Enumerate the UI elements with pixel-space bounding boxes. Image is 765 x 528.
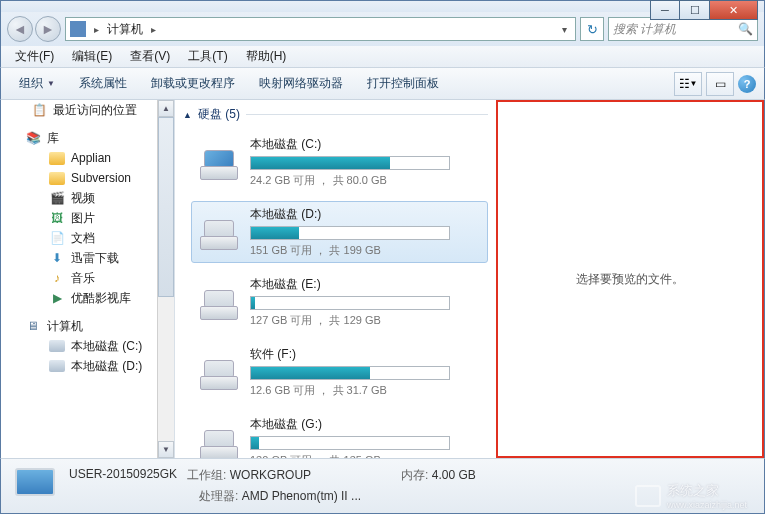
view-mode-button[interactable]: ☷ ▼ (674, 72, 702, 96)
drive-item-0[interactable]: 本地磁盘 (C:)24.2 GB 可用 ， 共 80.0 GB (191, 131, 488, 193)
drive-stats: 24.2 GB 可用 ， 共 80.0 GB (250, 173, 481, 188)
lib-item-label: 优酷影视库 (71, 290, 131, 307)
window-controls: ─ ☐ ✕ (650, 0, 758, 20)
watermark-url: www.xiazaizhijia.net (667, 500, 747, 510)
content-area: ▲ 硬盘 (5) 本地磁盘 (C:)24.2 GB 可用 ， 共 80.0 GB… (175, 100, 764, 458)
drive-item-4[interactable]: 本地磁盘 (G:)130 GB 可用 ， 共 135 GB (191, 411, 488, 458)
computer-icon: 🖥 (25, 318, 41, 334)
status-cpu-label: 处理器: (199, 489, 238, 503)
collapse-icon[interactable]: ▲ (183, 110, 192, 120)
sidebar-item-6[interactable]: ♪音乐 (1, 268, 174, 288)
address-dropdown-icon[interactable]: ▾ (558, 24, 571, 35)
preview-empty-text: 选择要预览的文件。 (576, 271, 684, 288)
menu-edit[interactable]: 编辑(E) (64, 46, 120, 67)
sidebar-item-4[interactable]: 📄文档 (1, 228, 174, 248)
sidebar-computer[interactable]: 🖥 计算机 (1, 316, 174, 336)
map-drive-button[interactable]: 映射网络驱动器 (249, 71, 353, 96)
system-props-button[interactable]: 系统属性 (69, 71, 137, 96)
sidebar-recent[interactable]: 📋 最近访问的位置 (1, 100, 174, 120)
menu-view[interactable]: 查看(V) (122, 46, 178, 67)
drive-name: 本地磁盘 (G:) (250, 416, 481, 433)
menu-tools[interactable]: 工具(T) (180, 46, 235, 67)
group-title: 硬盘 (5) (198, 106, 240, 123)
watermark-logo-icon (635, 485, 661, 507)
preview-pane-button[interactable]: ▭ (706, 72, 734, 96)
breadcrumb-root[interactable]: 计算机 (107, 21, 143, 38)
organize-button[interactable]: 组织▼ (9, 71, 65, 96)
drive-name: 本地磁盘 (E:) (250, 276, 481, 293)
sidebar-item-1[interactable]: Subversion (1, 168, 174, 188)
group-line (246, 114, 488, 115)
help-icon[interactable]: ? (738, 75, 756, 93)
menu-file[interactable]: 文件(F) (7, 46, 62, 67)
minimize-button[interactable]: ─ (650, 0, 680, 20)
watermark-text: 系统之家 (667, 482, 747, 500)
maximize-button[interactable]: ☐ (680, 0, 710, 20)
drive-info: 软件 (F:)12.6 GB 可用 ， 共 31.7 GB (250, 346, 481, 398)
toolbar: 组织▼ 系统属性 卸载或更改程序 映射网络驱动器 打开控制面板 ☷ ▼ ▭ ? (0, 68, 765, 100)
drive-stats: 12.6 GB 可用 ， 共 31.7 GB (250, 383, 481, 398)
close-button[interactable]: ✕ (710, 0, 758, 20)
search-icon: 🔍 (738, 22, 753, 36)
refresh-button[interactable]: ↻ (580, 17, 604, 41)
lib-item-icon: ▶ (49, 290, 65, 306)
preview-pane: 选择要预览的文件。 (496, 100, 764, 458)
library-icon: 📚 (25, 130, 41, 146)
drive-name: 本地磁盘 (D:) (250, 206, 481, 223)
address-bar[interactable]: ▸ 计算机 ▸ ▾ (65, 17, 576, 41)
sidebar-item-3[interactable]: 🖼图片 (1, 208, 174, 228)
group-header[interactable]: ▲ 硬盘 (5) (183, 104, 488, 129)
sidebar-item-5[interactable]: ⬇迅雷下载 (1, 248, 174, 268)
sidebar-drive-0[interactable]: 本地磁盘 (C:) (1, 336, 174, 356)
sidebar-drive-1[interactable]: 本地磁盘 (D:) (1, 356, 174, 376)
back-button[interactable]: ◄ (7, 16, 33, 42)
scroll-thumb[interactable] (158, 117, 174, 297)
lib-item-icon: 🖼 (49, 210, 65, 226)
search-box[interactable]: 搜索 计算机 🔍 (608, 17, 758, 41)
sidebar-lib-label: 库 (47, 130, 59, 147)
breadcrumb-sep-icon: ▸ (151, 24, 156, 35)
lib-item-label: 音乐 (71, 270, 95, 287)
sidebar-scrollbar[interactable]: ▲ ▼ (157, 100, 174, 458)
status-memory: 4.00 GB (432, 468, 476, 482)
lib-item-label: 图片 (71, 210, 95, 227)
lib-item-icon (49, 172, 65, 185)
forward-button[interactable]: ► (35, 16, 61, 42)
sidebar: 📋 最近访问的位置 📚 库 ApplianSubversion🎬视频🖼图片📄文档… (1, 100, 175, 458)
computer-large-icon (11, 466, 59, 506)
control-panel-button[interactable]: 打开控制面板 (357, 71, 449, 96)
titlebar: ─ ☐ ✕ (0, 0, 765, 12)
sidebar-item-0[interactable]: Applian (1, 148, 174, 168)
status-computer-name: USER-20150925GK (69, 467, 177, 484)
drive-icon (49, 358, 65, 374)
scroll-down-button[interactable]: ▼ (158, 441, 174, 458)
sidebar-computer-label: 计算机 (47, 318, 83, 335)
sidebar-libraries[interactable]: 📚 库 (1, 128, 174, 148)
lib-item-icon: ♪ (49, 270, 65, 286)
scroll-up-button[interactable]: ▲ (158, 100, 174, 117)
sidebar-recent-label: 最近访问的位置 (53, 102, 137, 119)
drive-usage-bar (250, 226, 450, 240)
uninstall-button[interactable]: 卸载或更改程序 (141, 71, 245, 96)
menu-help[interactable]: 帮助(H) (238, 46, 295, 67)
drive-icon (198, 284, 240, 320)
drive-item-3[interactable]: 软件 (F:)12.6 GB 可用 ， 共 31.7 GB (191, 341, 488, 403)
sidebar-item-7[interactable]: ▶优酷影视库 (1, 288, 174, 308)
search-placeholder: 搜索 计算机 (613, 21, 734, 38)
drive-icon (198, 424, 240, 458)
lib-item-icon (49, 152, 65, 165)
lib-item-label: 迅雷下载 (71, 250, 119, 267)
drive-icon (49, 338, 65, 354)
drive-item-1[interactable]: 本地磁盘 (D:)151 GB 可用 ， 共 199 GB (191, 201, 488, 263)
status-text: USER-20150925GK 工作组: WORKGROUP 内存: 4.00 … (69, 467, 476, 505)
sidebar-item-2[interactable]: 🎬视频 (1, 188, 174, 208)
drive-icon (198, 214, 240, 250)
lib-item-label: 文档 (71, 230, 95, 247)
computer-icon (70, 21, 86, 37)
drive-item-2[interactable]: 本地磁盘 (E:)127 GB 可用 ， 共 129 GB (191, 271, 488, 333)
drive-stats: 130 GB 可用 ， 共 135 GB (250, 453, 481, 458)
drive-info: 本地磁盘 (G:)130 GB 可用 ， 共 135 GB (250, 416, 481, 458)
lib-item-icon: 📄 (49, 230, 65, 246)
watermark: 系统之家 www.xiazaizhijia.net (635, 482, 747, 510)
drive-stats: 151 GB 可用 ， 共 199 GB (250, 243, 481, 258)
